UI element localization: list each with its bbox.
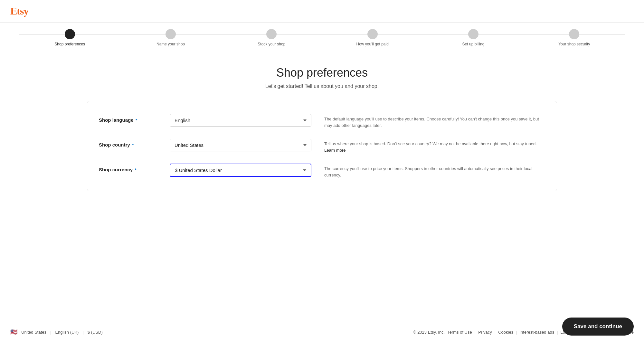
step-label-4: Set up billing	[462, 42, 485, 46]
stepper-step-3: How you'll get paid	[322, 29, 423, 46]
preferences-form-card: Shop language *EnglishThe default langua…	[87, 101, 557, 191]
footer-locale: 🇺🇸 United States | English (UK) | $ (USD…	[10, 328, 103, 336]
step-dot-4	[468, 29, 478, 39]
step-dot-5	[569, 29, 579, 39]
step-label-3: How you'll get paid	[356, 42, 388, 46]
footer-link-privacy[interactable]: Privacy	[478, 330, 492, 335]
stepper-step-1: Name your shop	[120, 29, 221, 46]
help-text-shop-country: Tell us where your shop is based. Don't …	[324, 141, 545, 153]
form-label-shop-currency: Shop currency *	[99, 167, 137, 172]
main-content: Shop preferences Let's get started! Tell…	[0, 53, 644, 322]
form-row-shop-language: Shop language *EnglishThe default langua…	[99, 114, 545, 128]
page-title: Shop preferences	[19, 66, 625, 80]
header: Etsy	[0, 0, 644, 23]
form-label-shop-country: Shop country *	[99, 142, 134, 147]
required-star-shop-language: *	[135, 118, 137, 123]
progress-stepper: Shop preferencesName your shopStock your…	[19, 29, 625, 53]
step-label-0: Shop preferences	[54, 42, 85, 46]
help-text-shop-currency: The currency you'll use to price your it…	[324, 166, 545, 178]
footer-copyright: © 2023 Etsy, Inc.	[413, 330, 445, 335]
page-subtitle: Let's get started! Tell us about you and…	[19, 83, 625, 89]
step-dot-2	[266, 29, 277, 39]
stepper-step-0: Shop preferences	[19, 29, 120, 46]
step-dot-1	[166, 29, 176, 39]
stepper-step-5: Your shop security	[524, 29, 625, 46]
required-star-shop-country: *	[131, 143, 134, 147]
form-label-shop-language: Shop language *	[99, 117, 137, 123]
step-dot-0	[65, 29, 75, 39]
footer-link-terms-of-use[interactable]: Terms of Use	[447, 330, 472, 335]
select-shop-country[interactable]: United States	[170, 139, 311, 151]
step-dot-3	[367, 29, 378, 39]
footer-country: United States	[21, 330, 46, 335]
help-link-shop-country[interactable]: Learn more	[324, 148, 346, 153]
etsy-logo: Etsy	[10, 5, 634, 17]
save-and-continue-button[interactable]: Save and continue	[562, 318, 634, 336]
footer-link-cookies[interactable]: Cookies	[498, 330, 513, 335]
form-row-shop-country: Shop country *United StatesTell us where…	[99, 139, 545, 153]
footer: 🇺🇸 United States | English (UK) | $ (USD…	[0, 322, 644, 342]
stepper-step-2: Stock your shop	[221, 29, 322, 46]
footer-currency: $ (USD)	[88, 330, 103, 335]
step-label-1: Name your shop	[156, 42, 185, 46]
save-button-container: Save and continue	[562, 318, 634, 336]
step-label-2: Stock your shop	[258, 42, 285, 46]
footer-link-interest-based-ads[interactable]: Interest-based ads	[520, 330, 554, 335]
required-star-shop-currency: *	[134, 167, 137, 172]
footer-language: English (UK)	[55, 330, 79, 335]
form-row-shop-currency: Shop currency *$ United States DollarThe…	[99, 164, 545, 178]
help-text-shop-language: The default language you'll use to descr…	[324, 116, 545, 128]
step-label-5: Your shop security	[558, 42, 590, 46]
stepper-step-4: Set up billing	[423, 29, 524, 46]
select-shop-currency[interactable]: $ United States Dollar	[170, 164, 311, 177]
footer-flag: 🇺🇸	[10, 328, 17, 336]
select-shop-language[interactable]: English	[170, 114, 311, 127]
stepper-container: Shop preferencesName your shopStock your…	[0, 23, 644, 53]
